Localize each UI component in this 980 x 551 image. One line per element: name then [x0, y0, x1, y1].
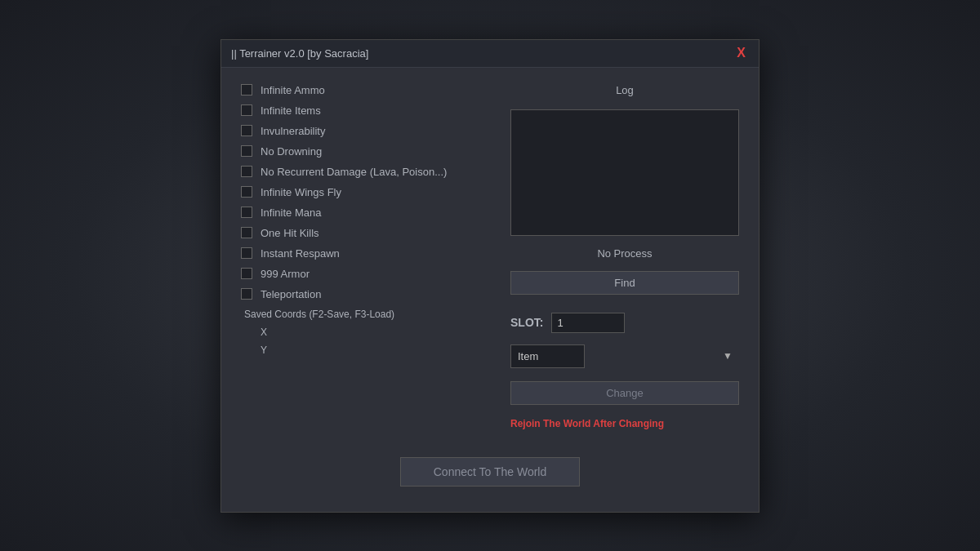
instant-respawn-checkbox[interactable] — [241, 247, 252, 259]
invulnerability-checkbox[interactable] — [241, 125, 252, 136]
checkbox-instant-respawn: Instant Respawn — [241, 247, 486, 260]
dropdown-arrow-icon: ▼ — [723, 350, 733, 362]
coords-title: Saved Coords (F2-Save, F3-Load) — [244, 309, 486, 320]
no-recurrent-damage-checkbox[interactable] — [241, 166, 252, 177]
window-title: || Terrainer v2.0 [by Sacracia] — [231, 47, 368, 60]
slot-label: SLOT: — [510, 316, 543, 329]
999-armor-checkbox[interactable] — [241, 268, 252, 279]
close-button[interactable]: X — [733, 46, 749, 60]
teleport-section: Teleportation Saved Coords (F2-Save, F3-… — [241, 288, 486, 359]
process-status: No Process — [510, 247, 739, 260]
invulnerability-label: Invulnerability — [261, 125, 326, 137]
no-drowning-checkbox[interactable] — [241, 145, 252, 157]
title-bar: || Terrainer v2.0 [by Sacracia] X — [221, 40, 759, 68]
item-dropdown[interactable]: Item Weapon Armor Accessory Material Con… — [510, 344, 585, 368]
item-select-wrapper: Item Weapon Armor Accessory Material Con… — [510, 344, 739, 368]
slot-input[interactable] — [551, 313, 625, 333]
main-content: Infinite Ammo Infinite Items Invulnerabi… — [221, 68, 759, 449]
log-textarea[interactable] — [510, 109, 739, 236]
999-armor-label: 999 Armor — [261, 268, 310, 280]
rejoin-text: Rejoin The World After Changing — [510, 418, 739, 429]
one-hit-kills-label: One Hit Kills — [261, 227, 319, 239]
checkbox-infinite-wings-fly: Infinite Wings Fly — [241, 186, 486, 198]
checkbox-no-drowning: No Drowning — [241, 145, 486, 158]
no-drowning-label: No Drowning — [261, 145, 322, 158]
checkbox-one-hit-kills: One Hit Kills — [241, 227, 486, 239]
right-panel: Log No Process Find SLOT: Item Weapon Ar… — [510, 84, 739, 429]
infinite-items-checkbox[interactable] — [241, 104, 252, 116]
checkbox-999-armor: 999 Armor — [241, 268, 486, 280]
slot-row: SLOT: — [510, 313, 739, 333]
checkbox-infinite-mana: Infinite Mana — [241, 207, 486, 219]
connect-button[interactable]: Connect To The World — [400, 457, 581, 487]
log-label: Log — [510, 84, 739, 96]
checkbox-no-recurrent-damage: No Recurrent Damage (Lava, Poison...) — [241, 166, 486, 178]
checkbox-teleportation: Teleportation — [241, 288, 486, 300]
find-button[interactable]: Find — [510, 271, 739, 295]
infinite-mana-label: Infinite Mana — [261, 207, 321, 219]
outer-background: || Terrainer v2.0 [by Sacracia] X Infini… — [0, 0, 980, 551]
checkbox-invulnerability: Invulnerability — [241, 125, 486, 137]
instant-respawn-label: Instant Respawn — [261, 247, 340, 260]
no-recurrent-damage-label: No Recurrent Damage (Lava, Poison...) — [261, 166, 447, 178]
main-window: || Terrainer v2.0 [by Sacracia] X Infini… — [220, 39, 760, 513]
checkbox-infinite-ammo: Infinite Ammo — [241, 84, 486, 96]
infinite-wings-fly-label: Infinite Wings Fly — [261, 186, 341, 198]
bottom-section: Connect To The World — [221, 449, 759, 506]
teleportation-checkbox[interactable] — [241, 288, 252, 300]
infinite-wings-fly-checkbox[interactable] — [241, 186, 252, 198]
change-button[interactable]: Change — [510, 381, 739, 405]
one-hit-kills-checkbox[interactable] — [241, 227, 252, 238]
item-select-row: Item Weapon Armor Accessory Material Con… — [510, 344, 739, 368]
checkbox-infinite-items: Infinite Items — [241, 104, 486, 117]
coords-x: X — [244, 323, 486, 341]
infinite-items-label: Infinite Items — [261, 104, 321, 117]
infinite-ammo-checkbox[interactable] — [241, 84, 252, 96]
infinite-mana-checkbox[interactable] — [241, 207, 252, 218]
teleportation-label: Teleportation — [261, 288, 321, 300]
coords-section: Saved Coords (F2-Save, F3-Load) X Y — [241, 309, 486, 359]
coords-y: Y — [244, 341, 486, 359]
left-panel: Infinite Ammo Infinite Items Invulnerabi… — [241, 84, 486, 429]
infinite-ammo-label: Infinite Ammo — [261, 84, 325, 96]
